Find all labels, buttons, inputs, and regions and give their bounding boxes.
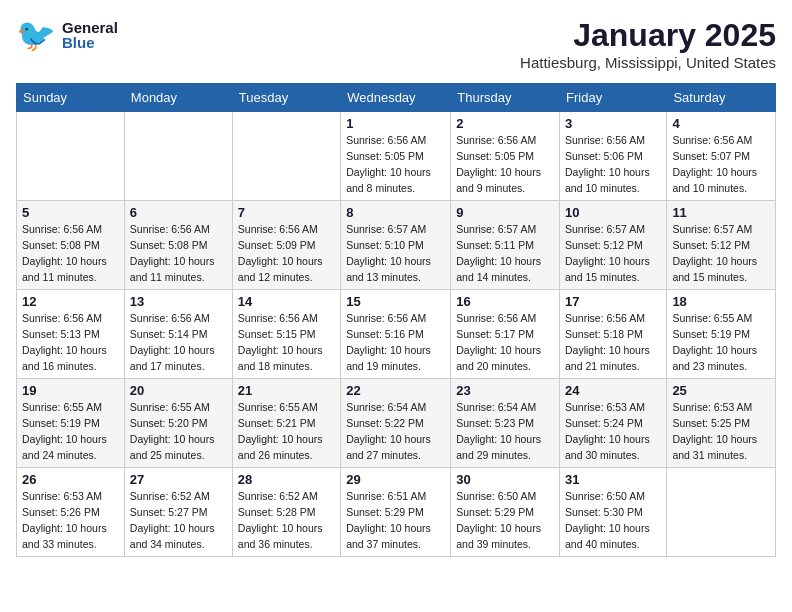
dow-header-friday: Friday bbox=[560, 84, 667, 112]
day-number: 12 bbox=[22, 294, 119, 309]
dow-header-tuesday: Tuesday bbox=[232, 84, 340, 112]
calendar-cell: 8Sunrise: 6:57 AM Sunset: 5:10 PM Daylig… bbox=[341, 201, 451, 290]
day-number: 27 bbox=[130, 472, 227, 487]
day-info: Sunrise: 6:56 AM Sunset: 5:05 PM Dayligh… bbox=[346, 133, 445, 196]
day-info: Sunrise: 6:56 AM Sunset: 5:05 PM Dayligh… bbox=[456, 133, 554, 196]
logo-bird-icon: 🐦 bbox=[16, 16, 58, 54]
day-info: Sunrise: 6:55 AM Sunset: 5:19 PM Dayligh… bbox=[672, 311, 770, 374]
calendar-week-3: 12Sunrise: 6:56 AM Sunset: 5:13 PM Dayli… bbox=[17, 290, 776, 379]
day-number: 26 bbox=[22, 472, 119, 487]
day-number: 25 bbox=[672, 383, 770, 398]
day-info: Sunrise: 6:56 AM Sunset: 5:09 PM Dayligh… bbox=[238, 222, 335, 285]
calendar-cell bbox=[17, 112, 125, 201]
calendar-cell: 24Sunrise: 6:53 AM Sunset: 5:24 PM Dayli… bbox=[560, 379, 667, 468]
day-number: 19 bbox=[22, 383, 119, 398]
calendar-cell: 12Sunrise: 6:56 AM Sunset: 5:13 PM Dayli… bbox=[17, 290, 125, 379]
calendar-cell: 9Sunrise: 6:57 AM Sunset: 5:11 PM Daylig… bbox=[451, 201, 560, 290]
day-number: 18 bbox=[672, 294, 770, 309]
day-info: Sunrise: 6:55 AM Sunset: 5:21 PM Dayligh… bbox=[238, 400, 335, 463]
day-number: 7 bbox=[238, 205, 335, 220]
day-number: 24 bbox=[565, 383, 661, 398]
day-number: 10 bbox=[565, 205, 661, 220]
calendar-cell: 3Sunrise: 6:56 AM Sunset: 5:06 PM Daylig… bbox=[560, 112, 667, 201]
day-info: Sunrise: 6:53 AM Sunset: 5:26 PM Dayligh… bbox=[22, 489, 119, 552]
svg-text:🐦: 🐦 bbox=[16, 16, 56, 54]
calendar-cell: 23Sunrise: 6:54 AM Sunset: 5:23 PM Dayli… bbox=[451, 379, 560, 468]
calendar-cell: 26Sunrise: 6:53 AM Sunset: 5:26 PM Dayli… bbox=[17, 468, 125, 557]
day-info: Sunrise: 6:50 AM Sunset: 5:30 PM Dayligh… bbox=[565, 489, 661, 552]
day-number: 15 bbox=[346, 294, 445, 309]
dow-header-thursday: Thursday bbox=[451, 84, 560, 112]
calendar-cell: 25Sunrise: 6:53 AM Sunset: 5:25 PM Dayli… bbox=[667, 379, 776, 468]
calendar-cell: 4Sunrise: 6:56 AM Sunset: 5:07 PM Daylig… bbox=[667, 112, 776, 201]
calendar-cell bbox=[124, 112, 232, 201]
header-area: 🐦 General Blue January 2025 Hattiesburg,… bbox=[16, 16, 776, 71]
day-info: Sunrise: 6:56 AM Sunset: 5:08 PM Dayligh… bbox=[130, 222, 227, 285]
logo[interactable]: 🐦 General Blue bbox=[16, 16, 118, 54]
day-info: Sunrise: 6:56 AM Sunset: 5:13 PM Dayligh… bbox=[22, 311, 119, 374]
main-title: January 2025 bbox=[520, 16, 776, 54]
day-info: Sunrise: 6:52 AM Sunset: 5:27 PM Dayligh… bbox=[130, 489, 227, 552]
day-number: 21 bbox=[238, 383, 335, 398]
day-info: Sunrise: 6:51 AM Sunset: 5:29 PM Dayligh… bbox=[346, 489, 445, 552]
calendar-table: SundayMondayTuesdayWednesdayThursdayFrid… bbox=[16, 83, 776, 557]
calendar-week-2: 5Sunrise: 6:56 AM Sunset: 5:08 PM Daylig… bbox=[17, 201, 776, 290]
day-info: Sunrise: 6:57 AM Sunset: 5:10 PM Dayligh… bbox=[346, 222, 445, 285]
calendar-cell: 22Sunrise: 6:54 AM Sunset: 5:22 PM Dayli… bbox=[341, 379, 451, 468]
subtitle: Hattiesburg, Mississippi, United States bbox=[520, 54, 776, 71]
calendar-cell: 17Sunrise: 6:56 AM Sunset: 5:18 PM Dayli… bbox=[560, 290, 667, 379]
day-number: 3 bbox=[565, 116, 661, 131]
day-number: 14 bbox=[238, 294, 335, 309]
day-number: 8 bbox=[346, 205, 445, 220]
day-info: Sunrise: 6:56 AM Sunset: 5:08 PM Dayligh… bbox=[22, 222, 119, 285]
day-number: 30 bbox=[456, 472, 554, 487]
calendar-cell: 29Sunrise: 6:51 AM Sunset: 5:29 PM Dayli… bbox=[341, 468, 451, 557]
day-info: Sunrise: 6:56 AM Sunset: 5:06 PM Dayligh… bbox=[565, 133, 661, 196]
day-info: Sunrise: 6:55 AM Sunset: 5:19 PM Dayligh… bbox=[22, 400, 119, 463]
calendar-cell: 20Sunrise: 6:55 AM Sunset: 5:20 PM Dayli… bbox=[124, 379, 232, 468]
dow-header-monday: Monday bbox=[124, 84, 232, 112]
logo-blue: Blue bbox=[62, 35, 118, 50]
day-info: Sunrise: 6:55 AM Sunset: 5:20 PM Dayligh… bbox=[130, 400, 227, 463]
day-number: 29 bbox=[346, 472, 445, 487]
day-info: Sunrise: 6:54 AM Sunset: 5:22 PM Dayligh… bbox=[346, 400, 445, 463]
calendar-cell: 28Sunrise: 6:52 AM Sunset: 5:28 PM Dayli… bbox=[232, 468, 340, 557]
calendar-cell: 18Sunrise: 6:55 AM Sunset: 5:19 PM Dayli… bbox=[667, 290, 776, 379]
day-number: 1 bbox=[346, 116, 445, 131]
day-info: Sunrise: 6:56 AM Sunset: 5:14 PM Dayligh… bbox=[130, 311, 227, 374]
day-number: 11 bbox=[672, 205, 770, 220]
day-number: 9 bbox=[456, 205, 554, 220]
day-number: 4 bbox=[672, 116, 770, 131]
day-info: Sunrise: 6:56 AM Sunset: 5:17 PM Dayligh… bbox=[456, 311, 554, 374]
dow-header-sunday: Sunday bbox=[17, 84, 125, 112]
calendar-cell: 5Sunrise: 6:56 AM Sunset: 5:08 PM Daylig… bbox=[17, 201, 125, 290]
calendar-cell: 2Sunrise: 6:56 AM Sunset: 5:05 PM Daylig… bbox=[451, 112, 560, 201]
day-number: 31 bbox=[565, 472, 661, 487]
day-info: Sunrise: 6:50 AM Sunset: 5:29 PM Dayligh… bbox=[456, 489, 554, 552]
day-info: Sunrise: 6:52 AM Sunset: 5:28 PM Dayligh… bbox=[238, 489, 335, 552]
calendar-cell bbox=[667, 468, 776, 557]
day-info: Sunrise: 6:57 AM Sunset: 5:12 PM Dayligh… bbox=[565, 222, 661, 285]
calendar-cell: 1Sunrise: 6:56 AM Sunset: 5:05 PM Daylig… bbox=[341, 112, 451, 201]
day-number: 23 bbox=[456, 383, 554, 398]
day-number: 16 bbox=[456, 294, 554, 309]
day-number: 5 bbox=[22, 205, 119, 220]
day-number: 28 bbox=[238, 472, 335, 487]
day-info: Sunrise: 6:57 AM Sunset: 5:11 PM Dayligh… bbox=[456, 222, 554, 285]
day-number: 17 bbox=[565, 294, 661, 309]
title-block: January 2025 Hattiesburg, Mississippi, U… bbox=[520, 16, 776, 71]
day-info: Sunrise: 6:54 AM Sunset: 5:23 PM Dayligh… bbox=[456, 400, 554, 463]
calendar-cell: 6Sunrise: 6:56 AM Sunset: 5:08 PM Daylig… bbox=[124, 201, 232, 290]
day-number: 2 bbox=[456, 116, 554, 131]
calendar-cell: 31Sunrise: 6:50 AM Sunset: 5:30 PM Dayli… bbox=[560, 468, 667, 557]
day-number: 6 bbox=[130, 205, 227, 220]
calendar-week-4: 19Sunrise: 6:55 AM Sunset: 5:19 PM Dayli… bbox=[17, 379, 776, 468]
day-number: 20 bbox=[130, 383, 227, 398]
calendar-cell: 14Sunrise: 6:56 AM Sunset: 5:15 PM Dayli… bbox=[232, 290, 340, 379]
day-info: Sunrise: 6:53 AM Sunset: 5:25 PM Dayligh… bbox=[672, 400, 770, 463]
logo-general: General bbox=[62, 20, 118, 35]
day-info: Sunrise: 6:56 AM Sunset: 5:07 PM Dayligh… bbox=[672, 133, 770, 196]
day-info: Sunrise: 6:53 AM Sunset: 5:24 PM Dayligh… bbox=[565, 400, 661, 463]
calendar-week-5: 26Sunrise: 6:53 AM Sunset: 5:26 PM Dayli… bbox=[17, 468, 776, 557]
calendar-cell: 21Sunrise: 6:55 AM Sunset: 5:21 PM Dayli… bbox=[232, 379, 340, 468]
